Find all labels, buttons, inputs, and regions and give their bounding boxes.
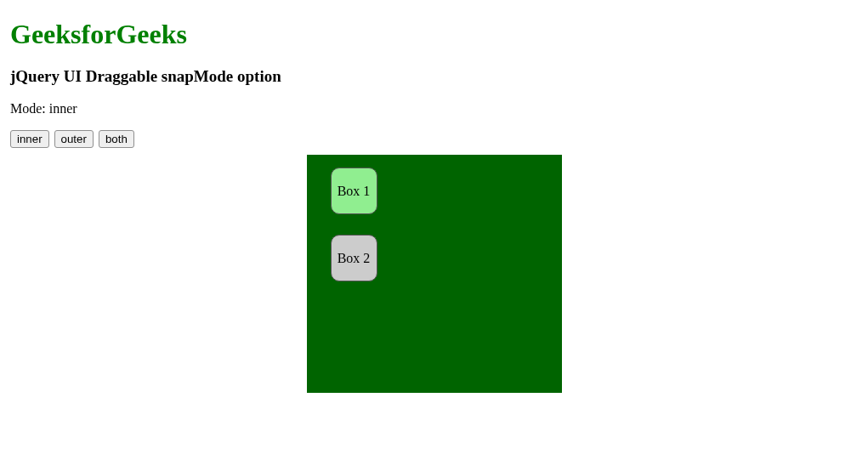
mode-display: Mode: inner — [10, 101, 858, 116]
drop-zone: Box 1 Box 2 — [307, 155, 562, 393]
page-subtitle: jQuery UI Draggable snapMode option — [10, 67, 858, 86]
mode-value: inner — [49, 101, 77, 116]
outer-button[interactable]: outer — [54, 130, 94, 148]
draggable-box-2[interactable]: Box 2 — [331, 235, 377, 281]
draggable-box-1[interactable]: Box 1 — [331, 168, 377, 214]
mode-prefix: Mode: — [10, 101, 49, 116]
inner-button[interactable]: inner — [10, 130, 49, 148]
mode-button-row: inner outer both — [10, 130, 858, 148]
page-title: GeeksforGeeks — [10, 19, 858, 50]
both-button[interactable]: both — [99, 130, 134, 148]
